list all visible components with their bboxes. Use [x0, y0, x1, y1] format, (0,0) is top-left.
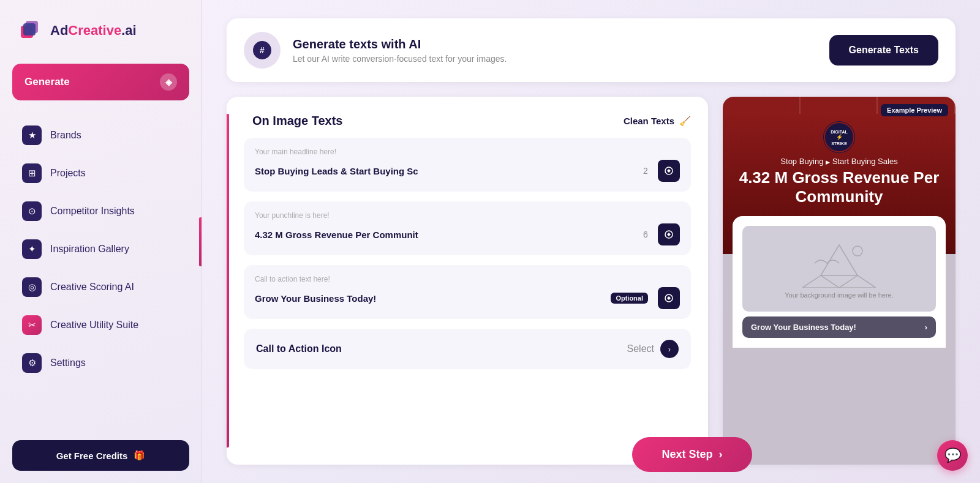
cta-chevron-icon[interactable]: ›: [660, 340, 679, 358]
headline-field-group: Your main headline here! Stop Buying Lea…: [244, 138, 691, 192]
next-step-arrow-icon: ›: [719, 448, 723, 461]
ai-icon: ◎: [22, 277, 42, 297]
gift-icon: 🎁: [134, 450, 145, 461]
next-step-button[interactable]: Next Step ›: [632, 437, 752, 472]
generate-texts-button[interactable]: Generate Texts: [829, 35, 938, 66]
main-content: # Generate texts with AI Let our AI writ…: [202, 0, 980, 483]
svg-text:#: #: [260, 45, 265, 55]
preview-logo: DIGITAL ⚡ STRIKE: [823, 121, 855, 153]
logo-icon: [17, 17, 44, 44]
broom-icon: 🧹: [679, 116, 691, 127]
preview-white-card: Your background image will be here. Grow…: [733, 216, 946, 348]
mountain-icon: [802, 239, 876, 288]
ai-banner-icon: #: [244, 32, 281, 69]
sidebar-item-brands[interactable]: ★ Brands: [12, 118, 189, 153]
preview-cta-arrow: ›: [925, 323, 927, 332]
headline-ai-button[interactable]: [658, 160, 680, 182]
middle-row: On Image Texts Clean Texts 🧹 Your main h…: [227, 97, 956, 465]
star-icon: ★: [22, 125, 42, 145]
example-preview-badge: Example Preview: [881, 104, 948, 116]
left-panel: On Image Texts Clean Texts 🧹 Your main h…: [227, 97, 708, 465]
headline-label: Your main headline here!: [255, 148, 680, 156]
generate-button[interactable]: Generate ◈: [12, 64, 189, 100]
sidebar-item-inspiration-gallery[interactable]: ✦ Inspiration Gallery: [12, 231, 189, 267]
chat-icon: 💬: [944, 447, 961, 463]
svg-marker-13: [802, 275, 839, 288]
preview-bg-text: Your background image will be here.: [785, 291, 894, 299]
optional-badge: Optional: [611, 293, 648, 304]
preview-logo-area: DIGITAL ⚡ STRIKE: [723, 114, 956, 157]
svg-text:⚡: ⚡: [836, 133, 843, 141]
generate-icon: ◈: [160, 73, 177, 91]
sidebar: AdCreative.ai Generate ◈ ★ Brands ⊞ Proj…: [0, 0, 202, 483]
preview-main-headline: 4.32 M Gross Revenue Per Community: [737, 168, 941, 206]
headline-count: 2: [641, 166, 650, 176]
sun-icon: ✦: [22, 239, 42, 259]
headline-row: Stop Buying Leads & Start Buying Sc 2: [255, 160, 680, 182]
get-free-credits-button[interactable]: Get Free Credits 🎁: [12, 440, 189, 471]
cta-text-ai-button[interactable]: [658, 287, 680, 309]
logo-area: AdCreative.ai: [12, 17, 189, 44]
punchline-row: 4.32 M Gross Revenue Per Communit 6: [255, 223, 680, 245]
banner-title: Generate texts with AI: [293, 37, 507, 51]
svg-point-15: [853, 246, 862, 256]
cta-text-field-group: Call to action text here! Grow Your Busi…: [244, 265, 691, 319]
svg-text:STRIKE: STRIKE: [831, 141, 847, 146]
preview-stop-buying: Stop Buying ▶ Start Buying Sales: [737, 157, 941, 166]
cta-icon-row: Call to Action Icon Select ›: [244, 329, 691, 369]
sidebar-nav: ★ Brands ⊞ Projects ⊙ Competitor Insight…: [12, 118, 189, 433]
clean-texts-button[interactable]: Clean Texts 🧹: [624, 116, 691, 127]
svg-rect-2: [23, 23, 36, 36]
panel-title: On Image Texts: [252, 114, 342, 128]
svg-text:DIGITAL: DIGITAL: [831, 130, 848, 134]
banner-subtitle: Let our AI write conversion-focused text…: [293, 54, 507, 64]
sidebar-item-creative-utility[interactable]: ✂ Creative Utility Suite: [12, 307, 189, 343]
gear-icon: ⚙: [22, 353, 42, 373]
sidebar-divider: [199, 217, 202, 266]
punchline-field-group: Your punchline is here! 4.32 M Gross Rev…: [244, 201, 691, 255]
cta-select-text: Select: [627, 343, 654, 354]
preview-cta-bar: Grow Your Business Today! ›: [742, 316, 936, 338]
preview-headline-area: Stop Buying ▶ Start Buying Sales 4.32 M …: [723, 157, 956, 216]
banner-text-area: Generate texts with AI Let our AI write …: [293, 37, 507, 64]
layers-icon: ⊞: [22, 163, 42, 183]
punchline-value[interactable]: 4.32 M Gross Revenue Per Communit: [255, 230, 633, 240]
cta-text-value[interactable]: Grow Your Business Today!: [255, 293, 603, 304]
preview-cta-text: Grow Your Business Today!: [751, 323, 856, 332]
panel-header: On Image Texts Clean Texts 🧹: [244, 114, 691, 128]
preview-panel: Example Preview DIGITAL ⚡ STRIKE: [723, 97, 956, 465]
cta-text-row: Grow Your Business Today! Optional: [255, 287, 680, 309]
generate-banner: # Generate texts with AI Let our AI writ…: [227, 18, 956, 82]
svg-marker-12: [821, 245, 858, 275]
search-icon: ⊙: [22, 201, 42, 221]
sidebar-item-settings[interactable]: ⚙ Settings: [12, 345, 189, 381]
cta-icon-label: Call to Action Icon: [256, 343, 342, 354]
headline-value[interactable]: Stop Buying Leads & Start Buying Sc: [255, 166, 633, 176]
bottom-bar: Next Step ›: [404, 426, 980, 483]
svg-marker-14: [839, 275, 876, 288]
preview-ad-area: DIGITAL ⚡ STRIKE Stop Buying ▶ Start Buy…: [723, 114, 956, 465]
punchline-count: 6: [641, 230, 650, 239]
cta-select-area[interactable]: Select ›: [627, 340, 679, 358]
chat-bubble-button[interactable]: 💬: [937, 440, 968, 471]
punchline-ai-button[interactable]: [658, 223, 680, 245]
preview-image-placeholder: Your background image will be here.: [742, 226, 936, 312]
cta-text-label: Call to action text here!: [255, 275, 680, 283]
sidebar-item-creative-scoring[interactable]: ◎ Creative Scoring AI: [12, 269, 189, 305]
sidebar-item-competitor-insights[interactable]: ⊙ Competitor Insights: [12, 193, 189, 229]
sidebar-item-projects[interactable]: ⊞ Projects: [12, 155, 189, 191]
punchline-label: Your punchline is here!: [255, 211, 680, 220]
logo-text: AdCreative.ai: [50, 23, 137, 39]
utility-icon: ✂: [22, 315, 42, 335]
